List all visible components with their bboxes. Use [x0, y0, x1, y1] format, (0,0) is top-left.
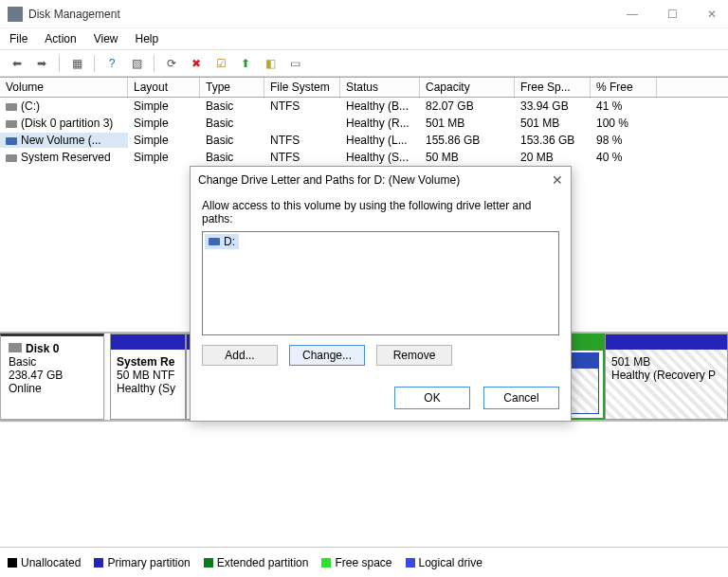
- disk-icon: [9, 343, 22, 352]
- change-drive-letter-dialog: Change Drive Letter and Paths for D: (Ne…: [190, 166, 572, 422]
- volume-list: (C:) Simple Basic NTFS Healthy (B... 82.…: [0, 98, 728, 166]
- table-row[interactable]: New Volume (... Simple Basic NTFS Health…: [0, 132, 728, 149]
- disk-type: Basic: [9, 355, 96, 369]
- swatch-primary: [94, 558, 103, 568]
- table-row[interactable]: (C:) Simple Basic NTFS Healthy (B... 82.…: [0, 98, 728, 115]
- menu-help[interactable]: Help: [136, 32, 159, 45]
- add-button[interactable]: Add...: [202, 345, 278, 366]
- dialog-title: Change Drive Letter and Paths for D: (Ne…: [198, 173, 460, 187]
- swatch-extended: [204, 558, 213, 568]
- settings-icon[interactable]: ▧: [127, 54, 146, 73]
- table-row[interactable]: System Reserved Simple Basic NTFS Health…: [0, 149, 728, 166]
- col-type[interactable]: Type: [200, 78, 264, 97]
- close-button[interactable]: ✕: [703, 8, 720, 21]
- remove-button[interactable]: Remove: [376, 345, 452, 366]
- dialog-close-icon[interactable]: ✕: [552, 172, 563, 188]
- change-button[interactable]: Change...: [289, 345, 365, 366]
- check-icon[interactable]: ☑: [211, 54, 230, 73]
- disk-state: Online: [9, 382, 96, 395]
- titlebar: Disk Management — ☐ ✕: [0, 0, 728, 28]
- legend: Unallocated Primary partition Extended p…: [0, 547, 728, 577]
- dialog-message: Allow access to this volume by using the…: [202, 199, 559, 225]
- forward-icon[interactable]: ➡: [32, 54, 51, 73]
- action-icon[interactable]: ◧: [261, 54, 280, 73]
- table-header: Volume Layout Type File System Status Ca…: [0, 77, 728, 98]
- menubar: File Action View Help: [0, 28, 728, 50]
- menu-file[interactable]: File: [9, 32, 27, 45]
- ok-button[interactable]: OK: [394, 387, 470, 409]
- menu-view[interactable]: View: [94, 32, 118, 45]
- partition-system[interactable]: System Re 50 MB NTF Healthy (Sy: [110, 334, 186, 420]
- drive-icon: [209, 238, 220, 245]
- swatch-free: [321, 558, 331, 568]
- volume-icon: [6, 154, 17, 162]
- partition-recovery[interactable]: 501 MB Healthy (Recovery P: [605, 334, 728, 420]
- toolbar: ⬅ ➡ ▦ ? ▧ ⟳ ✖ ☑ ⬆ ◧ ▭: [0, 50, 728, 77]
- refresh-icon[interactable]: ⟳: [162, 54, 181, 73]
- up-icon[interactable]: ⬆: [236, 54, 255, 73]
- menu-action[interactable]: Action: [45, 32, 76, 45]
- disk-size: 238.47 GB: [9, 369, 96, 382]
- col-status[interactable]: Status: [340, 78, 420, 97]
- window-title: Disk Management: [28, 8, 120, 21]
- col-layout[interactable]: Layout: [128, 78, 200, 97]
- props-icon[interactable]: ▭: [285, 54, 304, 73]
- cancel-button[interactable]: Cancel: [483, 387, 559, 409]
- app-icon: [8, 7, 23, 22]
- list-item[interactable]: D:: [205, 234, 239, 249]
- disk-info-panel[interactable]: Disk 0 Basic 238.47 GB Online: [0, 334, 104, 420]
- swatch-logical: [406, 558, 415, 568]
- swatch-unallocated: [8, 558, 17, 568]
- disk-name: Disk 0: [26, 342, 59, 355]
- maximize-button[interactable]: ☐: [664, 8, 681, 21]
- help-icon[interactable]: ?: [102, 54, 121, 73]
- volume-icon: [6, 103, 17, 111]
- col-pctfree[interactable]: % Free: [591, 78, 657, 97]
- col-filesystem[interactable]: File System: [264, 78, 340, 97]
- volume-icon: [6, 137, 17, 145]
- back-icon[interactable]: ⬅: [8, 54, 27, 73]
- minimize-button[interactable]: —: [624, 8, 641, 21]
- delete-icon[interactable]: ✖: [187, 54, 206, 73]
- col-freespace[interactable]: Free Sp...: [515, 78, 591, 97]
- view-icon[interactable]: ▦: [67, 54, 86, 73]
- volume-icon: [6, 120, 17, 128]
- drive-paths-list[interactable]: D:: [202, 231, 559, 335]
- table-row[interactable]: (Disk 0 partition 3) Simple Basic Health…: [0, 115, 728, 132]
- col-capacity[interactable]: Capacity: [420, 78, 515, 97]
- col-volume[interactable]: Volume: [0, 78, 128, 97]
